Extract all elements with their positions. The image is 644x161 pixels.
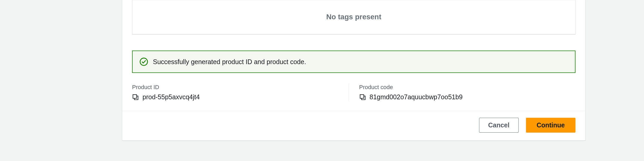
product-id-label: Product ID (132, 84, 338, 91)
cancel-button[interactable]: Cancel (479, 118, 519, 133)
svg-point-0 (140, 58, 147, 65)
continue-button[interactable]: Continue (526, 118, 575, 133)
copy-icon[interactable] (359, 94, 366, 101)
success-alert: Successfully generated product ID and pr… (132, 51, 575, 73)
alert-message: Successfully generated product ID and pr… (153, 58, 306, 66)
product-code-label: Product code (359, 84, 565, 91)
product-id-value: prod-55p5axvcq4jt4 (143, 93, 200, 101)
product-code-column: Product code 81gmd002o7aquucbwp7oo51b9 (349, 84, 576, 101)
details-row: Product ID prod-55p5axvcq4jt4 Product co… (132, 84, 575, 111)
copy-icon[interactable] (132, 94, 139, 101)
main-panel: No tags present Successfully generated p… (122, 0, 586, 141)
tags-empty-message: No tags present (132, 0, 575, 34)
product-code-value-row: 81gmd002o7aquucbwp7oo51b9 (359, 93, 565, 101)
inner-content: No tags present Successfully generated p… (122, 0, 585, 111)
svg-rect-2 (360, 95, 364, 98)
svg-rect-1 (133, 95, 137, 98)
product-code-value: 81gmd002o7aquucbwp7oo51b9 (370, 93, 463, 101)
success-check-icon (139, 57, 148, 66)
product-id-value-row: prod-55p5axvcq4jt4 (132, 93, 338, 101)
product-id-column: Product ID prod-55p5axvcq4jt4 (132, 84, 349, 101)
tags-panel: No tags present (132, 0, 575, 34)
footer-actions: Cancel Continue (122, 111, 585, 140)
